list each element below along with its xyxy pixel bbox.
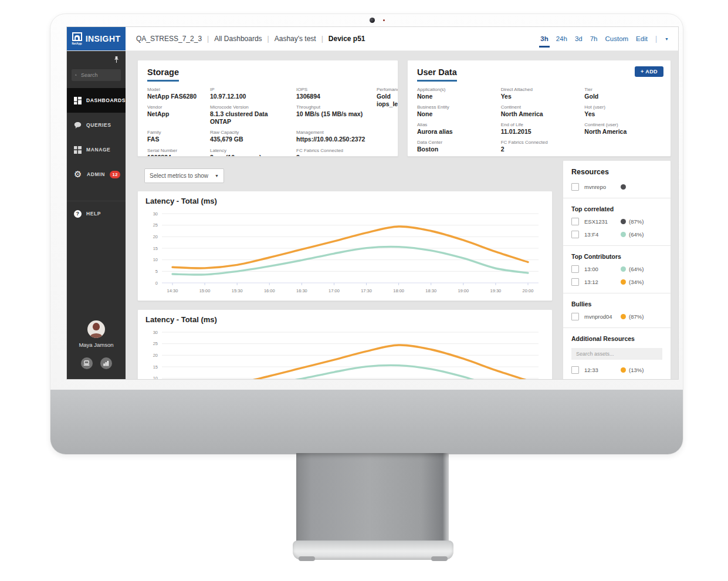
field-serial-number: Serial Number1306894: [147, 148, 203, 157]
series-color-dot: [621, 279, 626, 285]
select-metrics-label: Select metrics to show: [150, 173, 208, 179]
breadcrumb: QA_STRESS_7_2_3 | All Dashboards | Aasha…: [126, 27, 365, 50]
chart-title: Latency - Total (ms): [145, 197, 544, 205]
time-range-3h[interactable]: 3h: [540, 35, 548, 42]
device-monitor-icon[interactable]: [81, 357, 93, 369]
add-button[interactable]: + ADD: [635, 66, 663, 77]
sidebar-item-label: ADMIN: [87, 171, 105, 177]
checkbox[interactable]: [571, 313, 579, 320]
storage-fields: ModelNetApp FAS6280 VendorNetApp FamilyF…: [138, 82, 398, 157]
checkbox[interactable]: [571, 265, 579, 273]
time-range-custom[interactable]: Custom: [605, 35, 628, 42]
svg-text:18:30: 18:30: [425, 288, 436, 293]
checkbox[interactable]: [571, 231, 579, 238]
select-metrics-dropdown[interactable]: Select metrics to show ▼: [144, 168, 224, 183]
reports-icon[interactable]: [100, 357, 112, 369]
help-icon: ?: [74, 210, 82, 218]
latency-line-chart: 30252015105014:3015:0015:3016:0016:3017:…: [145, 208, 544, 297]
time-range-7h[interactable]: 7h: [590, 35, 598, 42]
field-microcode-version: Microcode Version8.1.3 clustered Data ON…: [210, 104, 289, 126]
laptop-icon: [83, 360, 90, 366]
field-data-center: Data CenterBoston: [417, 140, 494, 153]
field-fc-fabrics-connected: FC Fabrics Connected2: [501, 140, 578, 153]
time-range-3d[interactable]: 3d: [575, 35, 583, 42]
edit-button[interactable]: Edit: [636, 35, 648, 42]
svg-text:19:00: 19:00: [458, 288, 469, 293]
field-performance-policies: Perfomance PoliciesGold iops_less_then_1…: [377, 87, 398, 157]
resource-row-1312: 13:12 (34%): [571, 278, 662, 286]
sidebar: DASHBOARDS QUERIES MANAGE ⚙ ADMIN 12: [67, 51, 126, 379]
search-icon: [75, 72, 77, 78]
group-title-top-correlated: Top correlated: [571, 205, 662, 212]
stage: NetApp INSIGHT QA_STRESS_7_2_3 | All Das…: [0, 0, 728, 581]
latency-chart-card-1: Latency - Total (ms) 30252015105014:3015…: [137, 191, 553, 301]
checkbox[interactable]: [571, 218, 579, 225]
field-model: ModelNetApp FAS6280: [147, 87, 203, 100]
field-throughput: Throughput10 MB/s (15 MB/s max): [296, 104, 370, 126]
breadcrumb-item-dashboard-name[interactable]: QA_STRESS_7_2_3: [136, 35, 202, 43]
queries-icon: [74, 121, 82, 129]
svg-text:15:00: 15:00: [199, 288, 211, 293]
app-screen: NetApp INSIGHT QA_STRESS_7_2_3 | All Das…: [67, 27, 678, 379]
field-continent: ContinentNorth America: [501, 104, 578, 118]
time-range-24h[interactable]: 24h: [556, 35, 567, 42]
search-assets-input[interactable]: [571, 348, 662, 360]
bar-chart-icon: [103, 360, 109, 366]
topbar: NetApp INSIGHT QA_STRESS_7_2_3 | All Das…: [67, 27, 678, 51]
field-iops: IOPS1306894: [296, 87, 370, 100]
netapp-n-icon: [72, 32, 82, 41]
breadcrumb-item-all-dashboards[interactable]: All Dashboards: [214, 35, 262, 43]
monitor-stand-neck: [296, 453, 449, 542]
dashboards-icon: [74, 97, 82, 104]
svg-text:14:30: 14:30: [167, 288, 178, 293]
storage-panel-title: Storage: [147, 67, 179, 82]
svg-text:18:00: 18:00: [393, 288, 404, 293]
netapp-insight-logo[interactable]: NetApp INSIGHT: [67, 27, 126, 50]
svg-text:10: 10: [153, 257, 158, 262]
user-name: Maya Jamson: [67, 342, 126, 348]
checkbox[interactable]: [571, 366, 579, 374]
field-fc-fabrics: FC Fabrics Connected2: [296, 148, 370, 157]
field-vendor: VendorNetApp: [147, 104, 203, 126]
resource-row-1233: 12:33 (13%): [571, 366, 662, 374]
time-range-bar: 3h 24h 3d 7h Custom Edit | ▼: [540, 27, 678, 50]
admin-notification-badge: 12: [110, 171, 121, 178]
svg-text:5: 5: [155, 269, 158, 274]
netapp-logo-mark: NetApp: [72, 32, 82, 45]
breadcrumb-separator: |: [268, 35, 269, 43]
pin-icon[interactable]: [113, 56, 120, 63]
user-profile[interactable]: Maya Jamson: [67, 320, 126, 348]
search-input[interactable]: [80, 72, 117, 79]
field-family: FamilyFAS: [147, 130, 203, 143]
sidebar-item-admin[interactable]: ⚙ ADMIN 12: [67, 162, 126, 187]
series-color-dot: [621, 232, 626, 237]
monitor-frame: NetApp INSIGHT QA_STRESS_7_2_3 | All Das…: [50, 13, 683, 455]
avatar[interactable]: [87, 320, 105, 338]
svg-text:19:30: 19:30: [490, 288, 502, 293]
group-title-top-contributors: Top Contributors: [571, 253, 662, 260]
field-business-entity: Business EntityNone: [417, 104, 494, 118]
sidebar-item-dashboards[interactable]: DASHBOARDS: [67, 88, 126, 113]
sidebar-item-help[interactable]: ? HELP: [67, 201, 126, 226]
series-color-dot: [621, 367, 626, 373]
svg-text:15: 15: [153, 364, 158, 370]
breadcrumb-item-aashays-test[interactable]: Aashay's test: [275, 35, 316, 43]
chevron-down-icon[interactable]: ▼: [665, 37, 669, 41]
sidebar-search[interactable]: [72, 69, 121, 81]
series-color-dot: [621, 184, 626, 190]
sidebar-item-queries[interactable]: QUERIES: [67, 113, 126, 137]
field-raw-capacity: Raw Capacity435,679 GB: [210, 130, 289, 143]
resource-row-esx1231: ESX1231 (87%): [571, 218, 662, 225]
sidebar-item-manage[interactable]: MANAGE: [67, 137, 126, 162]
power-led: [383, 19, 385, 21]
series-color-dot: [621, 314, 626, 319]
checkbox[interactable]: [571, 278, 579, 286]
checkbox[interactable]: [571, 183, 579, 191]
svg-text:25: 25: [153, 222, 158, 228]
page-title: Device p51: [329, 35, 365, 43]
svg-text:15:30: 15:30: [232, 288, 243, 293]
field-continent-user: Continent (user)North America: [584, 122, 661, 136]
field-direct-attached: Direct AttachedYes: [501, 87, 578, 100]
breadcrumb-separator: |: [207, 35, 209, 43]
group-title-bullies: Bullies: [571, 300, 662, 308]
